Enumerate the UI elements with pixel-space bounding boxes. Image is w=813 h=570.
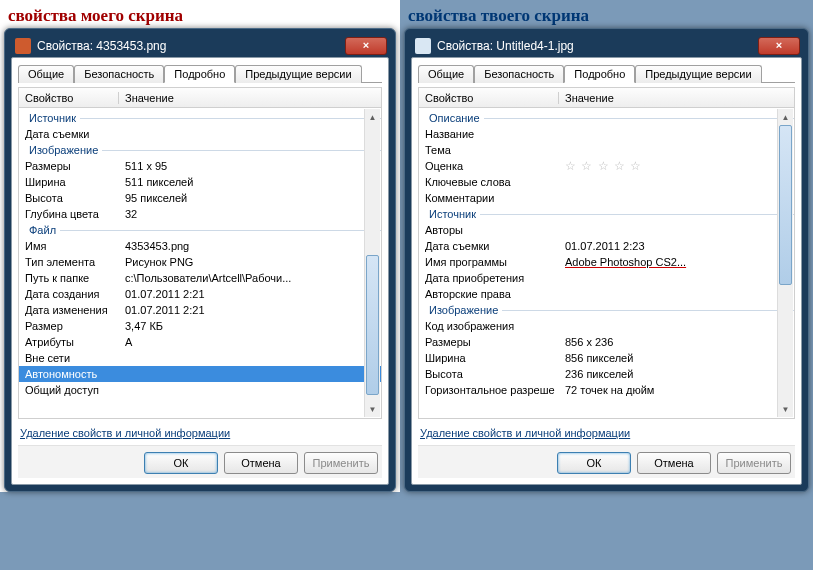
prop-row[interactable]: Общий доступ — [19, 382, 381, 398]
prop-name: Дата создания — [19, 288, 119, 300]
tab-Предыдущие версии[interactable]: Предыдущие версии — [235, 65, 361, 83]
tab-Предыдущие версии[interactable]: Предыдущие версии — [635, 65, 761, 83]
prop-name: Тема — [419, 144, 559, 156]
scroll-down[interactable]: ▼ — [778, 401, 793, 417]
caption-left: свойства моего скрина — [8, 6, 396, 26]
tab-Безопасность[interactable]: Безопасность — [474, 65, 564, 83]
prop-row[interactable]: Дата съемки01.07.2011 2:23 — [419, 238, 794, 254]
prop-row[interactable]: Автономность — [19, 366, 381, 382]
prop-row[interactable]: Размеры856 x 236 — [419, 334, 794, 350]
tab-Подробно[interactable]: Подробно — [564, 65, 635, 83]
apply-button[interactable]: Применить — [304, 452, 378, 474]
scroll-up[interactable]: ▲ — [778, 109, 793, 125]
group-Изображение: Изображение — [19, 142, 381, 158]
prop-name: Путь к папке — [19, 272, 119, 284]
prop-row[interactable]: Высота95 пикселей — [19, 190, 381, 206]
scrollbar[interactable]: ▲ ▼ — [777, 109, 793, 417]
column-headers: Свойство Значение — [419, 88, 794, 108]
prop-row[interactable]: Высота236 пикселей — [419, 366, 794, 382]
prop-row[interactable]: Ширина856 пикселей — [419, 350, 794, 366]
prop-row[interactable]: Имя4353453.png — [19, 238, 381, 254]
apply-button[interactable]: Применить — [717, 452, 791, 474]
prop-name: Горизонтальное разреше — [419, 384, 559, 396]
prop-name: Вне сети — [19, 352, 119, 364]
remove-props-link[interactable]: Удаление свойств и личной информации — [420, 427, 630, 439]
prop-row[interactable]: Путь к папкеc:\Пользователи\Artcell\Рабо… — [19, 270, 381, 286]
app-icon — [15, 38, 31, 54]
prop-value: 01.07.2011 2:21 — [119, 304, 381, 316]
prop-row[interactable]: Тип элементаРисунок PNG — [19, 254, 381, 270]
prop-row[interactable]: Ширина511 пикселей — [19, 174, 381, 190]
prop-row[interactable]: Код изображения — [419, 318, 794, 334]
prop-value: 01.07.2011 2:23 — [559, 240, 794, 252]
prop-name: Ширина — [419, 352, 559, 364]
prop-name: Общий доступ — [19, 384, 119, 396]
prop-value: ☆ ☆ ☆ ☆ ☆ — [559, 159, 794, 173]
prop-name: Дата съемки — [419, 240, 559, 252]
prop-row[interactable]: Размер3,47 КБ — [19, 318, 381, 334]
prop-name: Авторские права — [419, 288, 559, 300]
rating-stars[interactable]: ☆ ☆ ☆ ☆ ☆ — [565, 159, 642, 173]
prop-row[interactable]: Глубина цвета32 — [19, 206, 381, 222]
prop-row[interactable]: Оценка☆ ☆ ☆ ☆ ☆ — [419, 158, 794, 174]
prop-name: Размеры — [419, 336, 559, 348]
header-property: Свойство — [419, 92, 559, 104]
window-title: Свойства: 4353453.png — [37, 39, 345, 53]
prop-row[interactable]: Дата приобретения — [419, 270, 794, 286]
prop-name: Ключевые слова — [419, 176, 559, 188]
prop-value: 01.07.2011 2:21 — [119, 288, 381, 300]
prop-value: Adobe Photoshop CS2... — [559, 256, 794, 268]
prop-row[interactable]: Имя программыAdobe Photoshop CS2... — [419, 254, 794, 270]
prop-row[interactable]: Дата изменения01.07.2011 2:21 — [19, 302, 381, 318]
prop-row[interactable]: Название — [419, 126, 794, 142]
titlebar[interactable]: Свойства: Untitled4-1.jpg × — [411, 35, 802, 57]
scroll-thumb[interactable] — [366, 255, 379, 395]
group-Изображение: Изображение — [419, 302, 794, 318]
prop-row[interactable]: Комментарии — [419, 190, 794, 206]
tab-Общие[interactable]: Общие — [418, 65, 474, 83]
prop-name: Код изображения — [419, 320, 559, 332]
prop-row[interactable]: Дата съемки — [19, 126, 381, 142]
titlebar[interactable]: Свойства: 4353453.png × — [11, 35, 389, 57]
prop-row[interactable]: АтрибутыA — [19, 334, 381, 350]
group-Файл: Файл — [19, 222, 381, 238]
header-value: Значение — [119, 92, 381, 104]
caption-right: свойства твоего скрина — [408, 6, 809, 26]
prop-name: Имя программы — [419, 256, 559, 268]
tab-Безопасность[interactable]: Безопасность — [74, 65, 164, 83]
cancel-button[interactable]: Отмена — [224, 452, 298, 474]
scrollbar[interactable]: ▲ ▼ — [364, 109, 380, 417]
prop-name: Авторы — [419, 224, 559, 236]
prop-row[interactable]: Горизонтальное разреше72 точек на дюйм — [419, 382, 794, 398]
prop-row[interactable]: Авторы — [419, 222, 794, 238]
prop-row[interactable]: Авторские права — [419, 286, 794, 302]
group-Описание: Описание — [419, 110, 794, 126]
prop-name: Размер — [19, 320, 119, 332]
scroll-thumb[interactable] — [779, 125, 792, 285]
cancel-button[interactable]: Отмена — [637, 452, 711, 474]
scroll-down[interactable]: ▼ — [365, 401, 380, 417]
prop-value: 3,47 КБ — [119, 320, 381, 332]
prop-name: Дата съемки — [19, 128, 119, 140]
tab-Подробно[interactable]: Подробно — [164, 65, 235, 83]
properties-window-right: Свойства: Untitled4-1.jpg × ОбщиеБезопас… — [404, 28, 809, 492]
ok-button[interactable]: ОК — [144, 452, 218, 474]
close-button[interactable]: × — [345, 37, 387, 55]
header-value: Значение — [559, 92, 794, 104]
ok-button[interactable]: ОК — [557, 452, 631, 474]
prop-name: Дата приобретения — [419, 272, 559, 284]
close-button[interactable]: × — [758, 37, 800, 55]
prop-value: 511 пикселей — [119, 176, 381, 188]
scroll-up[interactable]: ▲ — [365, 109, 380, 125]
remove-props-link[interactable]: Удаление свойств и личной информации — [20, 427, 230, 439]
prop-name: Высота — [19, 192, 119, 204]
prop-row[interactable]: Ключевые слова — [419, 174, 794, 190]
tab-Общие[interactable]: Общие — [18, 65, 74, 83]
prop-row[interactable]: Размеры511 x 95 — [19, 158, 381, 174]
window-title: Свойства: Untitled4-1.jpg — [437, 39, 758, 53]
prop-row[interactable]: Вне сети — [19, 350, 381, 366]
prop-name: Дата изменения — [19, 304, 119, 316]
properties-window-left: Свойства: 4353453.png × ОбщиеБезопасност… — [4, 28, 396, 492]
prop-row[interactable]: Тема — [419, 142, 794, 158]
prop-row[interactable]: Дата создания01.07.2011 2:21 — [19, 286, 381, 302]
